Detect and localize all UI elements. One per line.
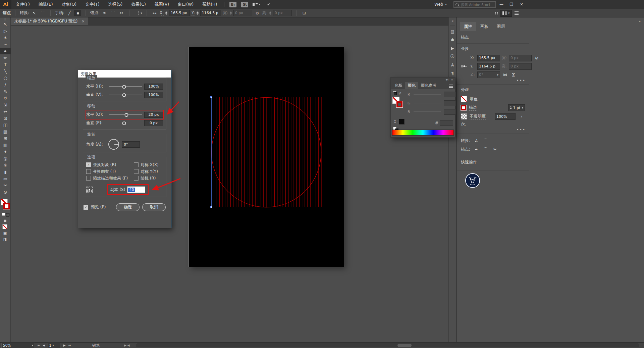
bridge-button[interactable]: Br: [229, 2, 236, 7]
link-dimensions-icon[interactable]: ⊘: [533, 55, 540, 61]
none-mode-icon[interactable]: [2, 224, 7, 229]
tool-button[interactable]: ✂: [0, 182, 11, 189]
menu-item[interactable]: 编辑(E): [34, 0, 57, 9]
channel-slider[interactable]: [414, 103, 441, 103]
tool-button[interactable]: ▨: [0, 128, 11, 135]
x-stepper[interactable]: [165, 11, 167, 15]
collapse-panel-icon[interactable]: ◂◂: [445, 78, 448, 81]
channel-value-input[interactable]: [444, 92, 456, 97]
tool-button[interactable]: ▮: [0, 168, 11, 175]
current-color-swatch[interactable]: [399, 119, 405, 125]
convert-smooth-icon[interactable]: ⌒: [482, 138, 489, 144]
flip-horizontal-icon[interactable]: ⋈: [502, 72, 508, 78]
add-anchor-icon[interactable]: ✒: [473, 146, 480, 152]
menu-item[interactable]: 文字(T): [81, 0, 104, 9]
next-artboard-icon[interactable]: ▶: [63, 344, 65, 347]
angle-dial[interactable]: [108, 139, 119, 150]
arrange-documents-icon[interactable]: ▾: [253, 3, 260, 6]
draw-mode-icon[interactable]: ▣: [2, 231, 8, 236]
swap-fill-stroke-icon[interactable]: ⇄: [398, 91, 401, 95]
first-artboard-icon[interactable]: ⇤: [38, 344, 40, 347]
cut-path-icon[interactable]: ✂: [492, 146, 498, 152]
search-input[interactable]: [460, 2, 490, 7]
fill-label[interactable]: 填色: [470, 96, 478, 102]
status-expand-icon[interactable]: ▶ ◀: [124, 344, 130, 347]
tool-button[interactable]: ○: [0, 74, 11, 81]
workspace-switcher[interactable]: Web▾: [434, 0, 447, 9]
slider-track[interactable]: [109, 123, 142, 123]
share-icon[interactable]: [266, 2, 271, 7]
slider-thumb[interactable]: [122, 93, 126, 97]
horizontal-scrollbar[interactable]: [136, 343, 639, 347]
pasteboard[interactable]: [11, 26, 448, 342]
preview-checkbox[interactable]: [84, 205, 88, 210]
panel-grip[interactable]: ⣿: [0, 17, 10, 21]
tool-button[interactable]: ≈: [0, 41, 11, 48]
scrollbar-thumb[interactable]: [397, 344, 412, 347]
flip-vertical-icon[interactable]: ⋈: [510, 72, 517, 78]
dock-panel-icon[interactable]: ▤: [449, 27, 456, 36]
expand-panels-icon[interactable]: «: [449, 17, 456, 24]
dock-panel-icon[interactable]: ¶: [449, 69, 456, 78]
stroke-label[interactable]: 描边: [469, 105, 477, 111]
slider-value-input[interactable]: 100%: [144, 84, 163, 90]
dock-panel-icon[interactable]: A: [449, 61, 456, 69]
slider-value-input[interactable]: 100%: [144, 92, 163, 98]
default-swatches-icon[interactable]: [2, 213, 9, 216]
opacity-label[interactable]: 不透明度: [470, 113, 486, 119]
tool-button[interactable]: ✳: [0, 162, 11, 168]
tab-close-icon[interactable]: ×: [82, 19, 85, 23]
last-color-icon[interactable]: ↥: [393, 119, 396, 124]
fill-swatch-icon[interactable]: [461, 96, 467, 102]
y-input[interactable]: 1164.5 p: [477, 63, 500, 70]
slider-track[interactable]: [109, 86, 142, 87]
tool-button[interactable]: ▭: [0, 175, 11, 182]
default-fill-stroke-icon[interactable]: [393, 91, 396, 95]
color-mode-icon[interactable]: ◼: [2, 218, 8, 223]
tool-button[interactable]: ▷: [0, 28, 11, 34]
tool-button[interactable]: ⇲: [0, 101, 11, 108]
angle-input[interactable]: 0°: [122, 141, 140, 148]
opacity-input[interactable]: 100%: [495, 113, 516, 120]
dock-panel-icon[interactable]: ⓘ: [449, 52, 456, 61]
copies-input[interactable]: 40: [127, 186, 145, 193]
dock-panel-icon[interactable]: ▶: [449, 44, 456, 52]
color-spectrum-bar[interactable]: [392, 130, 454, 136]
tool-button[interactable]: ✦: [0, 148, 11, 155]
transform-icon[interactable]: ⊡: [301, 10, 308, 16]
tool-button[interactable]: ╲: [0, 68, 11, 74]
zoom-level-dropdown[interactable]: 50%▾: [1, 343, 35, 348]
tool-button[interactable]: ⊡: [0, 115, 11, 121]
cut-path-icon[interactable]: ✂: [118, 10, 125, 16]
last-artboard-icon[interactable]: ⇥: [68, 344, 71, 347]
slider-value-input[interactable]: 0 px: [144, 120, 163, 126]
menu-item[interactable]: 文件(F): [11, 0, 34, 9]
stock-button[interactable]: St: [241, 2, 248, 7]
convert-corner-icon[interactable]: ∠: [473, 138, 480, 144]
tool-button[interactable]: ✶: [0, 34, 11, 41]
opacity-options-icon[interactable]: ›: [518, 113, 525, 119]
panel-tab[interactable]: 属性: [460, 22, 476, 31]
tool-button[interactable]: ⊞: [0, 135, 11, 142]
tool-button[interactable]: ∕: [0, 81, 11, 88]
checkbox[interactable]: [86, 169, 91, 174]
dock-panel-icon[interactable]: ✱: [449, 36, 456, 44]
color-panel-tab[interactable]: 色板: [392, 82, 405, 89]
screen-mode-icon[interactable]: ◨: [2, 237, 8, 242]
slider-track[interactable]: [109, 95, 142, 95]
channel-value-input[interactable]: [444, 100, 456, 106]
tool-button[interactable]: ↖: [0, 21, 11, 28]
y-input[interactable]: 1164.5 p: [200, 10, 221, 16]
close-button[interactable]: ✕: [517, 0, 527, 9]
panel-toggle-icon[interactable]: ▾: [500, 10, 512, 17]
isolate-selection-icon[interactable]: [134, 11, 139, 15]
tool-button[interactable]: ✎: [0, 88, 11, 95]
more-options-icon[interactable]: •••: [517, 78, 526, 83]
menu-item[interactable]: 效果(C): [127, 0, 150, 9]
checkbox[interactable]: [86, 162, 91, 167]
y-stepper[interactable]: [197, 11, 199, 15]
fx-button[interactable]: fx.: [461, 122, 466, 127]
tool-button[interactable]: ↺: [0, 95, 11, 101]
reference-point-locator[interactable]: [86, 187, 93, 193]
stroke-color-swatch[interactable]: [3, 203, 10, 209]
